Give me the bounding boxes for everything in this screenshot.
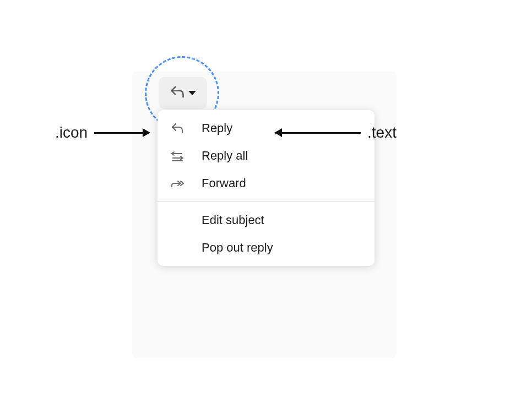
empty-icon-slot	[171, 241, 188, 254]
menu-item-label: Reply all	[202, 149, 248, 163]
menu-item-label: Forward	[202, 176, 246, 190]
arrow-right-icon	[94, 132, 149, 134]
arrow-left-icon	[275, 132, 361, 134]
annotation-text: .text	[275, 124, 397, 141]
forward-icon	[171, 177, 188, 190]
annotation-icon: .icon	[55, 124, 149, 141]
menu-item-label: Reply	[202, 121, 232, 135]
reply-all-icon	[171, 149, 188, 162]
reply-icon	[171, 122, 188, 135]
menu-item-forward[interactable]: Forward	[158, 170, 374, 197]
annotation-label: .text	[367, 124, 397, 141]
menu-item-reply-all[interactable]: Reply all	[158, 142, 374, 170]
menu-item-label: Edit subject	[202, 213, 264, 227]
annotation-label: .icon	[55, 124, 88, 141]
menu-item-edit-subject[interactable]: Edit subject	[158, 206, 374, 234]
menu-divider	[158, 201, 374, 202]
empty-icon-slot	[171, 214, 188, 227]
menu-item-pop-out-reply[interactable]: Pop out reply	[158, 234, 374, 262]
menu-item-label: Pop out reply	[202, 241, 273, 255]
